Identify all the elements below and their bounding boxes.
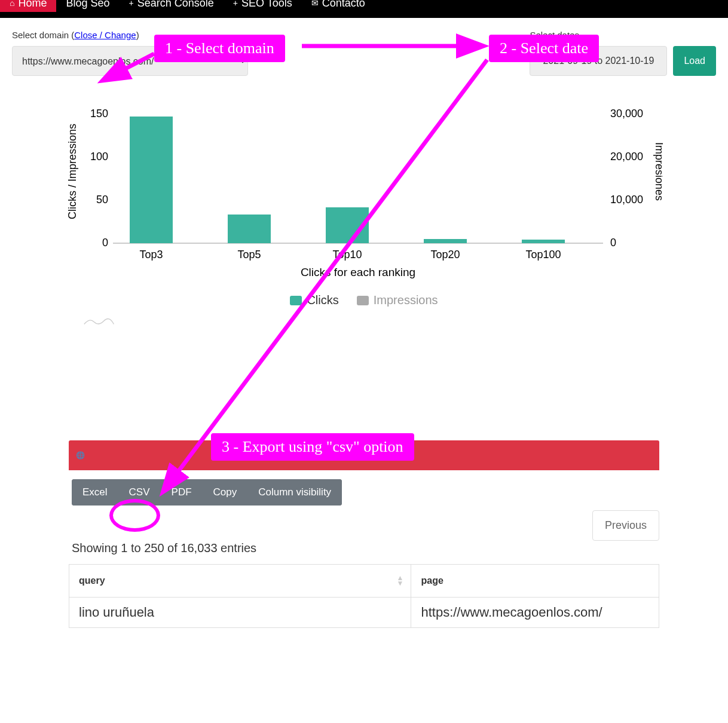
bar-top100 (522, 240, 565, 243)
sort-arrows-icon: ▲▼ (397, 575, 404, 586)
svg-text:30,000: 30,000 (610, 108, 643, 120)
col-header-page[interactable]: page (411, 565, 659, 598)
export-excel-button[interactable]: Excel (72, 479, 118, 506)
annotation-step3: 3 - Export using "csv" option (211, 433, 414, 461)
previous-button[interactable]: Previous (592, 510, 659, 541)
column-visibility-button[interactable]: Column visibility (247, 479, 342, 506)
copy-button[interactable]: Copy (203, 479, 248, 506)
svg-text:10,000: 10,000 (610, 194, 643, 206)
annotation-step1: 1 - Select domain (154, 35, 285, 62)
col-header-query[interactable]: query ▲▼ (69, 565, 411, 598)
svg-text:Top10: Top10 (332, 249, 362, 261)
svg-text:Top100: Top100 (525, 249, 561, 261)
export-csv-button[interactable]: CSV (118, 479, 161, 506)
y-right-axis-label: Impresiones (653, 142, 663, 201)
nav-blog[interactable]: Blog Seo (56, 0, 119, 12)
nav-seo-tools[interactable]: + SEO Tools (224, 0, 302, 12)
table-row[interactable]: lino uruñuela https://www.mecagoenlos.co… (69, 598, 659, 628)
annotation-step2: 2 - Select date (489, 35, 599, 62)
cell-query: lino uruñuela (69, 598, 411, 628)
y-left-axis-label: Clicks / Impressions (66, 124, 78, 219)
svg-text:Top3: Top3 (139, 249, 163, 261)
svg-text:Top20: Top20 (430, 249, 460, 261)
nav-contacto[interactable]: ✉ Contacto (302, 0, 375, 12)
svg-text:20,000: 20,000 (610, 151, 643, 163)
bar-top10 (326, 207, 369, 243)
mini-sparkline-icon (83, 315, 116, 327)
nav-sc-label: Search Console (137, 2, 214, 5)
home-icon: ⌂ (10, 2, 14, 5)
bar-top3 (130, 117, 173, 243)
svg-text:Top5: Top5 (237, 249, 261, 261)
bar-top5 (228, 215, 271, 243)
nav-contacto-label: Contacto (322, 2, 365, 5)
plus-icon: + (233, 2, 238, 5)
legend-swatch-impressions (357, 296, 369, 305)
chart-container: Clicks / Impressions Impresiones 0 50 10… (65, 94, 663, 321)
ranking-chart: Clicks / Impressions Impresiones 0 50 10… (65, 94, 663, 297)
svg-text:50: 50 (96, 194, 108, 206)
nav-search-console[interactable]: + Search Console (120, 0, 224, 12)
results-table: query ▲▼ page lino uruñuela https://www.… (69, 564, 659, 628)
svg-text:150: 150 (90, 108, 108, 120)
mail-icon: ✉ (311, 2, 319, 5)
table-info: Showing 1 to 250 of 16,033 entries (72, 541, 728, 555)
top-nav: ⌂ Home Blog Seo + Search Console + SEO T… (0, 0, 728, 18)
export-buttons: Excel CSV PDF Copy Column visibility (72, 479, 342, 506)
legend-swatch-clicks (290, 296, 302, 305)
chart-title: Clicks for each ranking (301, 266, 415, 278)
export-pdf-button[interactable]: PDF (161, 479, 203, 506)
cell-page: https://www.mecagoenlos.com/ (411, 598, 659, 628)
load-button[interactable]: Load (673, 46, 716, 76)
nav-tools-label: SEO Tools (241, 2, 292, 5)
globe-icon: 🌐 (76, 451, 85, 459)
plus-icon: + (129, 2, 134, 5)
svg-text:0: 0 (610, 237, 616, 249)
legend-impressions[interactable]: Impressions (357, 293, 438, 307)
nav-home-label: Home (18, 2, 47, 5)
svg-text:100: 100 (90, 151, 108, 163)
bar-top20 (424, 239, 467, 243)
close-change-link[interactable]: Close / Change (74, 30, 136, 40)
nav-blog-label: Blog Seo (66, 2, 109, 5)
nav-home[interactable]: ⌂ Home (0, 0, 56, 12)
legend-clicks[interactable]: Clicks (290, 293, 338, 307)
svg-text:0: 0 (102, 237, 108, 249)
controls-row: Select domain (Close / Change) https://w… (0, 18, 728, 82)
